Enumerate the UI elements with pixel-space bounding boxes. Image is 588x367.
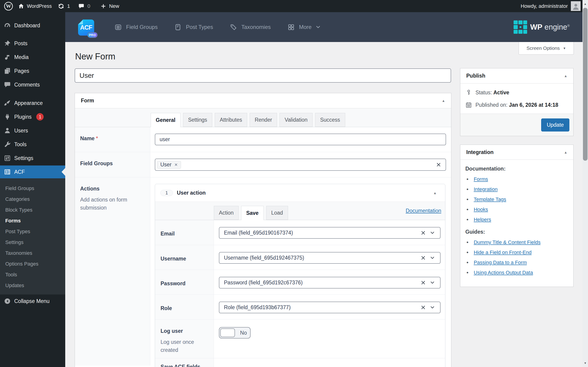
email-select[interactable]: Email (field_695d190167374) bbox=[219, 227, 441, 239]
scrollbar-thumb[interactable] bbox=[583, 8, 588, 161]
sidebar-item-acf[interactable]: ACF bbox=[0, 166, 65, 178]
chevron-down-icon[interactable] bbox=[430, 305, 435, 310]
submenu-item-field-groups[interactable]: Field Groups bbox=[0, 183, 65, 194]
status-row: Status: Active bbox=[460, 89, 573, 96]
comments-menu[interactable]: 0 bbox=[78, 3, 90, 9]
scrollbar[interactable]: ▲ ▼ bbox=[582, 0, 588, 367]
collapse-menu-button[interactable]: Collapse Menu bbox=[0, 295, 65, 308]
new-content-menu[interactable]: New bbox=[100, 3, 119, 9]
user-action-panel: 1 User action ▲ Action Save Load Documen… bbox=[155, 184, 445, 367]
acf-nav-taxonomies[interactable]: Taxonomies bbox=[230, 24, 271, 31]
tab-validation[interactable]: Validation bbox=[280, 113, 312, 127]
field-groups-select[interactable]: User bbox=[155, 158, 446, 171]
tab-attributes[interactable]: Attributes bbox=[215, 113, 247, 127]
integration-toggle-icon[interactable]: ▲ bbox=[564, 150, 567, 154]
sidebar-item-label: ACF bbox=[14, 169, 25, 175]
guide-link-passing-data[interactable]: Passing Data to a Form bbox=[474, 259, 527, 266]
submenu-item-settings[interactable]: Settings bbox=[0, 237, 65, 248]
acf-nav-more[interactable]: More bbox=[288, 24, 321, 31]
wp-logo-menu[interactable]: W bbox=[4, 2, 13, 10]
form-tabs: General Settings Attributes Render Valid… bbox=[75, 108, 451, 127]
tab-action[interactable]: Action bbox=[214, 206, 239, 220]
status-value: Active bbox=[493, 90, 509, 95]
doc-link-template-tags[interactable]: Template Tags bbox=[474, 196, 506, 202]
bullet-icon: • bbox=[467, 260, 468, 265]
acf-submenu: Field Groups Categories Block Types Form… bbox=[0, 178, 65, 294]
sidebar-item-posts[interactable]: Posts bbox=[0, 37, 65, 50]
chevron-down-icon[interactable] bbox=[430, 255, 435, 260]
submenu-item-block-types[interactable]: Block Types bbox=[0, 205, 65, 215]
password-select[interactable]: Password (field_695d192c67376) bbox=[219, 277, 441, 289]
field-group-tag[interactable]: User bbox=[157, 161, 181, 169]
clear-select-icon[interactable] bbox=[436, 162, 441, 167]
sidebar-item-pages[interactable]: Pages bbox=[0, 65, 65, 77]
action-panel-header[interactable]: 1 User action ▲ bbox=[155, 184, 445, 202]
my-account-menu[interactable]: Howdy, administrator bbox=[521, 1, 581, 11]
guide-link-dummy-title[interactable]: Dummy Title & Content Fields bbox=[474, 239, 540, 245]
submenu-item-tools[interactable]: Tools bbox=[0, 269, 65, 280]
tab-render[interactable]: Render bbox=[250, 113, 277, 127]
submenu-item-categories[interactable]: Categories bbox=[0, 194, 65, 205]
submenu-item-updates[interactable]: Updates bbox=[0, 280, 65, 291]
guide-link-hide-field[interactable]: Hide a Field on Front-End bbox=[474, 250, 531, 255]
submenu-item-forms[interactable]: Forms bbox=[0, 215, 65, 226]
name-input[interactable]: user bbox=[155, 133, 446, 145]
doc-link-helpers[interactable]: Helpers bbox=[474, 217, 491, 223]
sidebar-item-appearance[interactable]: Appearance bbox=[0, 97, 65, 109]
sidebar-item-label: Appearance bbox=[14, 100, 43, 106]
site-name-menu[interactable]: WordPress bbox=[18, 3, 52, 9]
chevron-down-icon[interactable] bbox=[430, 280, 435, 285]
log-user-label: Log user Log user once created bbox=[155, 319, 214, 358]
sidebar-item-dashboard[interactable]: Dashboard bbox=[0, 19, 65, 32]
screen-options-button[interactable]: Screen Options ▼ bbox=[519, 42, 574, 55]
acf-nav-post-types[interactable]: Post Types bbox=[174, 24, 213, 31]
calendar-icon bbox=[465, 102, 472, 108]
guides-heading: Guides: bbox=[465, 229, 568, 235]
guide-link-actions-output[interactable]: Using Actions Output Data bbox=[474, 270, 533, 276]
bullet-icon: • bbox=[467, 250, 468, 255]
sidebar-item-users[interactable]: Users bbox=[0, 124, 65, 137]
clear-select-icon[interactable] bbox=[421, 255, 426, 260]
doc-link-hooks[interactable]: Hooks bbox=[474, 207, 488, 213]
log-user-toggle[interactable]: No bbox=[219, 327, 251, 339]
chevron-down-icon bbox=[315, 24, 321, 30]
sidebar-item-settings[interactable]: Settings bbox=[0, 152, 65, 165]
tab-success[interactable]: Success bbox=[315, 113, 345, 127]
form-metabox-toggle-icon[interactable]: ▲ bbox=[442, 99, 445, 103]
clear-select-icon[interactable] bbox=[421, 305, 426, 310]
updates-menu[interactable]: 1 bbox=[58, 3, 70, 9]
doc-link-forms[interactable]: Forms bbox=[474, 176, 488, 182]
role-select[interactable]: Role (field_695d193b67377) bbox=[219, 302, 441, 313]
acf-nav-field-groups[interactable]: Field Groups bbox=[115, 24, 158, 31]
username-select[interactable]: Username (field_695d192467375) bbox=[219, 252, 441, 264]
publish-toggle-icon[interactable]: ▲ bbox=[564, 74, 567, 78]
action-collapse-icon[interactable]: ▲ bbox=[433, 191, 437, 195]
doc-link-integration[interactable]: Integration bbox=[474, 186, 497, 192]
submenu-item-taxonomies[interactable]: Taxonomies bbox=[0, 248, 65, 259]
scroll-up-icon[interactable]: ▲ bbox=[582, 0, 588, 8]
acf-pro-badge: PRO bbox=[87, 32, 98, 38]
tab-general[interactable]: General bbox=[151, 113, 180, 127]
sidebar-item-media[interactable]: Media bbox=[0, 51, 65, 64]
sidebar-item-comments[interactable]: Comments bbox=[0, 78, 65, 91]
form-title-input[interactable]: User bbox=[75, 68, 451, 83]
remove-tag-icon[interactable] bbox=[174, 163, 178, 167]
wordpress-admin-page: W WordPress 1 0 New Howdy, administrator bbox=[0, 0, 588, 367]
documentation-link[interactable]: Documentation bbox=[406, 208, 441, 214]
scroll-down-icon[interactable]: ▼ bbox=[582, 359, 588, 367]
tab-settings[interactable]: Settings bbox=[183, 113, 212, 127]
update-button[interactable]: Update bbox=[541, 118, 569, 132]
submenu-item-options-pages[interactable]: Options Pages bbox=[0, 259, 65, 269]
chevron-down-icon[interactable] bbox=[430, 230, 435, 235]
sidebar-item-label: Pages bbox=[14, 68, 29, 74]
sidebar-item-tools[interactable]: Tools bbox=[0, 138, 65, 151]
email-label: Email bbox=[155, 220, 214, 245]
tab-save[interactable]: Save bbox=[241, 206, 264, 220]
clear-select-icon[interactable] bbox=[421, 230, 426, 235]
clear-select-icon[interactable] bbox=[421, 280, 426, 285]
tab-load[interactable]: Load bbox=[266, 206, 288, 220]
submenu-item-post-types[interactable]: Post Types bbox=[0, 226, 65, 237]
sidebar-item-plugins[interactable]: Plugins 1 bbox=[0, 110, 65, 123]
updates-icon bbox=[58, 3, 64, 9]
wp-engine-logo: WP engine® bbox=[514, 12, 570, 42]
